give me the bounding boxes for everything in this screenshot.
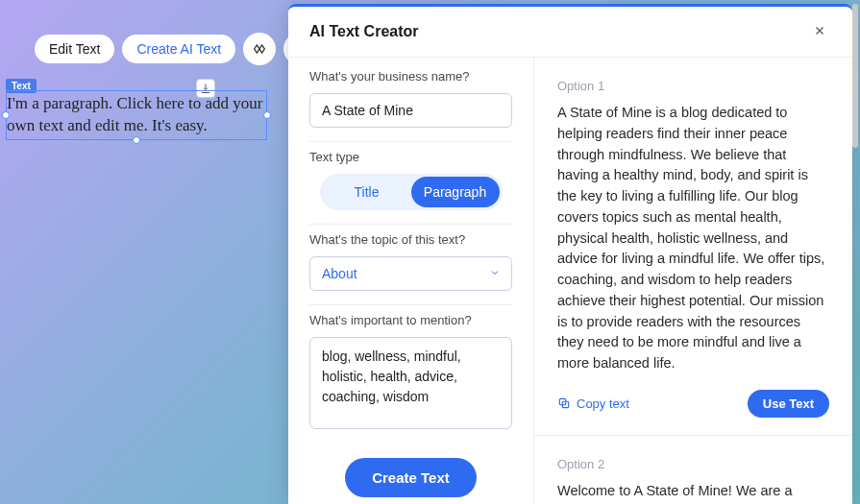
option-label: Option 1 xyxy=(557,79,829,93)
result-option: Option 2 Welcome to A State of Mine! We … xyxy=(534,436,852,504)
canvas-text-element[interactable]: I'm a paragraph. Click here to add your … xyxy=(6,90,267,140)
seg-paragraph-button[interactable]: Paragraph xyxy=(411,177,500,207)
copy-text-label: Copy text xyxy=(577,396,629,411)
mention-textarea[interactable]: blog, wellness, mindful, holistic, healt… xyxy=(309,337,512,429)
floating-toolbar: Edit Text Create AI Text xyxy=(35,33,316,65)
mention-label: What's important to mention? xyxy=(309,313,512,327)
copy-icon xyxy=(557,396,571,410)
canvas-text-content: I'm a paragraph. Click here to add your … xyxy=(7,94,262,134)
modal-header: AI Text Creator xyxy=(288,7,852,58)
option-label: Option 2 xyxy=(557,457,829,471)
option-actions: Copy text Use Text xyxy=(557,390,829,418)
use-text-button[interactable]: Use Text xyxy=(748,390,829,418)
business-name-label: What's your business name? xyxy=(309,69,512,84)
create-text-button[interactable]: Create Text xyxy=(345,458,477,497)
text-type-label: Text type xyxy=(309,150,512,164)
result-option: Option 1 A State of Mine is a blog dedic… xyxy=(534,58,852,436)
close-button[interactable] xyxy=(808,20,831,43)
business-name-input[interactable] xyxy=(309,93,512,128)
form-column: What's your business name? Text type Tit… xyxy=(288,58,534,504)
option-text: A State of Mine is a blog dedicated to h… xyxy=(557,103,829,374)
option-text: Welcome to A State of Mine! We are a min… xyxy=(557,481,829,504)
topic-select[interactable]: About xyxy=(309,256,512,291)
seg-title-button[interactable]: Title xyxy=(323,177,411,207)
business-name-field: What's your business name? xyxy=(309,69,512,142)
edit-text-button[interactable]: Edit Text xyxy=(35,35,114,63)
modal-body: What's your business name? Text type Tit… xyxy=(288,58,852,504)
text-type-toggle: Title Paragraph xyxy=(320,174,503,210)
create-ai-text-button[interactable]: Create AI Text xyxy=(122,35,235,63)
animation-icon[interactable] xyxy=(243,33,276,65)
modal-title: AI Text Creator xyxy=(309,23,419,40)
copy-text-button[interactable]: Copy text xyxy=(557,396,629,411)
topic-field: What's the topic of this text? About xyxy=(309,232,512,305)
resize-handle-right[interactable] xyxy=(263,111,271,119)
topic-label: What's the topic of this text? xyxy=(309,232,512,247)
page-scrollbar[interactable] xyxy=(852,4,858,148)
ai-text-creator-modal: AI Text Creator What's your business nam… xyxy=(288,4,852,504)
resize-handle-left[interactable] xyxy=(2,111,10,119)
mention-field: What's important to mention? blog, welln… xyxy=(309,313,512,446)
resize-handle-bottom[interactable] xyxy=(133,136,140,144)
text-type-field: Text type Title Paragraph xyxy=(309,150,512,225)
results-column[interactable]: Option 1 A State of Mine is a blog dedic… xyxy=(534,58,852,504)
